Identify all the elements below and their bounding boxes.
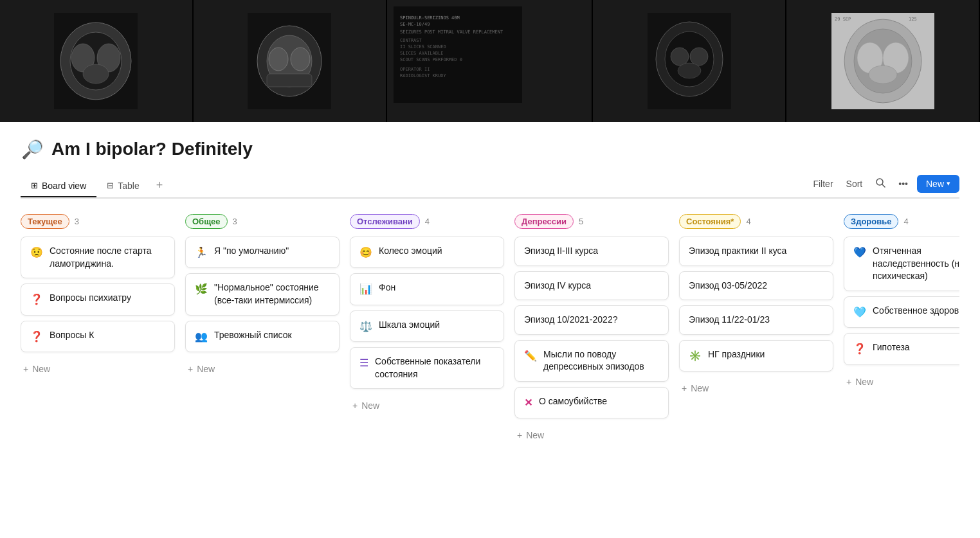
column-count-tekushchee: 3 xyxy=(75,217,79,226)
add-new-label-2: New xyxy=(361,400,379,411)
more-options-button[interactable]: ••• xyxy=(894,176,912,192)
card-text-0-2: Вопросы К xyxy=(50,329,94,342)
plus-icon-2: + xyxy=(352,400,358,411)
card-text-2-0: Колесо эмоций xyxy=(379,245,442,258)
add-new-otslezhivanie[interactable]: + New xyxy=(350,397,504,415)
card-icon-question3: ❓ xyxy=(853,342,866,356)
card-text-3-2: Эпизод 10/2021-2022? xyxy=(524,314,617,327)
add-new-sostoyaniya[interactable]: + New xyxy=(679,379,833,397)
card-0-0[interactable]: 😟 Состояние после старта ламотриджина. xyxy=(21,237,175,278)
card-text-0-0: Состояние после старта ламотриджина. xyxy=(50,245,165,270)
column-header-depressii: Депрессии 5 xyxy=(514,214,669,229)
column-header-sostoyaniya: Состояния* 4 xyxy=(679,214,833,229)
new-item-button[interactable]: New ▾ xyxy=(917,175,959,193)
tab-table[interactable]: ⊟ Table xyxy=(96,175,149,197)
svg-text:RADIOLOGIST KRUDY: RADIOLOGIST KRUDY xyxy=(400,73,446,78)
card-icon-list: ☰ xyxy=(359,356,368,370)
card-3-4[interactable]: ✕ О самоубийстве xyxy=(514,387,669,418)
add-new-tekushchee[interactable]: + New xyxy=(21,360,175,378)
add-new-label-4: New xyxy=(691,383,709,393)
column-zdorovye: Здоровье 4 💙 Отягченная наследственность… xyxy=(844,214,959,444)
card-icon-chart: 📊 xyxy=(359,282,372,296)
add-view-button[interactable]: + xyxy=(150,174,170,199)
filter-button[interactable]: Filter xyxy=(809,176,837,192)
card-text-1-0: Я "по умолчанию" xyxy=(214,245,289,258)
card-2-0[interactable]: 😊 Колесо эмоций xyxy=(350,237,504,268)
card-3-0[interactable]: Эпизод II-III курса xyxy=(514,237,669,266)
add-new-label-1: New xyxy=(197,364,215,374)
card-1-0[interactable]: 🏃 Я "по умолчанию" xyxy=(185,237,340,268)
card-5-2[interactable]: ❓ Гипотеза xyxy=(844,333,959,364)
card-icon-face: 😟 xyxy=(30,246,43,260)
card-text-4-1: Эпизод 03-05/2022 xyxy=(689,280,767,292)
card-1-1[interactable]: 🌿 "Нормальное" состояние (все-таки интер… xyxy=(185,273,340,315)
card-icon-pencil: ✏️ xyxy=(524,349,537,363)
card-2-2[interactable]: ⚖️ Шкала эмоций xyxy=(350,310,504,342)
card-3-1[interactable]: Эпизод IV курса xyxy=(514,271,669,301)
svg-text:SCOUT SCANS PERFORMED 0: SCOUT SCANS PERFORMED 0 xyxy=(400,57,462,62)
svg-text:OPERATOR II: OPERATOR II xyxy=(400,67,430,72)
card-1-2[interactable]: 👥 Тревожный список xyxy=(185,321,340,352)
card-icon-smile: 😊 xyxy=(359,246,372,260)
card-2-3[interactable]: ☰ Собственные показатели состояния xyxy=(350,347,504,389)
tab-board-view[interactable]: ⊞ Board view xyxy=(21,175,96,197)
card-5-0[interactable]: 💙 Отягченная наследственность (не психич… xyxy=(844,237,959,291)
page-title: Am I bipolar? Definitely xyxy=(51,139,253,159)
column-label-otslezhivanie: Отслеживани xyxy=(350,214,420,229)
svg-text:29 SEP: 29 SEP xyxy=(835,17,851,22)
card-4-3[interactable]: ✳️ НГ праздники xyxy=(679,340,833,372)
svg-text:CONTRAST: CONTRAST xyxy=(400,38,422,43)
card-icon-heart-filled: 💙 xyxy=(853,246,866,260)
card-text-3-3: Мысли по поводу депрессивных эпизодов xyxy=(543,348,659,373)
scan-2 xyxy=(194,0,387,122)
plus-icon-3: + xyxy=(517,430,522,440)
column-count-sostoyaniya: 4 xyxy=(746,217,750,226)
add-new-depressii[interactable]: + New xyxy=(514,426,669,444)
svg-rect-11 xyxy=(267,74,312,87)
card-4-0[interactable]: Эпизод практики II куса xyxy=(679,237,833,266)
page-icon: 🔎 xyxy=(21,138,44,161)
plus-icon-5: + xyxy=(846,377,851,387)
card-4-1[interactable]: Эпизод 03-05/2022 xyxy=(679,271,833,301)
svg-text:SEIZURES POST MITRAL VALVE REP: SEIZURES POST MITRAL VALVE REPLACEMENT xyxy=(400,30,504,35)
plus-icon-4: + xyxy=(682,383,687,393)
plus-icon-0: + xyxy=(23,364,28,374)
svg-text:SE-MC-10/49: SE-MC-10/49 xyxy=(400,22,430,27)
column-obshchee: Общее 3 🏃 Я "по умолчанию" 🌿 "Нормальное… xyxy=(185,214,340,444)
add-new-obshchee[interactable]: + New xyxy=(185,360,340,378)
card-icon-scale: ⚖️ xyxy=(359,319,372,334)
svg-point-27 xyxy=(678,63,701,78)
svg-point-33 xyxy=(869,66,897,84)
column-tekushchee: Текущее 3 😟 Состояние после старта ламот… xyxy=(21,214,175,444)
svg-line-37 xyxy=(882,184,885,187)
card-2-1[interactable]: 📊 Фон xyxy=(350,273,504,305)
view-tabs-bar: ⊞ Board view ⊟ Table + Filter Sort ••• N… xyxy=(21,174,959,199)
search-button[interactable] xyxy=(871,175,889,192)
card-text-4-3: НГ праздники xyxy=(708,348,765,361)
chevron-down-icon: ▾ xyxy=(947,179,950,188)
card-0-2[interactable]: ❓ Вопросы К xyxy=(21,321,175,352)
column-header-zdorovye: Здоровье 4 xyxy=(844,214,959,229)
column-depressii: Депрессии 5 Эпизод II-III курса Эпизод I… xyxy=(514,214,669,444)
sort-button[interactable]: Sort xyxy=(842,176,867,192)
column-label-sostoyaniya: Состояния* xyxy=(679,214,741,229)
card-3-3[interactable]: ✏️ Мысли по поводу депрессивных эпизодов xyxy=(514,340,669,382)
hero-banner: SPINOULR-SERIZINOS 40M SE-MC-10/49 SEIZU… xyxy=(0,0,980,122)
card-icon-group: 👥 xyxy=(195,330,208,344)
add-new-zdorovye[interactable]: + New xyxy=(844,373,959,391)
scan-1 xyxy=(0,0,194,122)
card-4-2[interactable]: Эпизод 11/22-01/23 xyxy=(679,305,833,335)
card-text-2-1: Фон xyxy=(379,282,395,294)
page-content: 🔎 Am I bipolar? Definitely ⊞ Board view … xyxy=(0,122,980,483)
card-3-2[interactable]: Эпизод 10/2021-2022? xyxy=(514,305,669,335)
card-0-1[interactable]: ❓ Вопросы психиатру xyxy=(21,283,175,315)
svg-point-5 xyxy=(83,64,109,84)
card-5-1[interactable]: 🩵 Собственное здоровье xyxy=(844,296,959,328)
card-text-4-2: Эпизод 11/22-01/23 xyxy=(689,314,770,327)
new-button-label: New xyxy=(926,179,944,189)
scan-4 xyxy=(593,0,786,122)
table-icon: ⊟ xyxy=(107,181,114,190)
toolbar-right: Filter Sort ••• New ▾ xyxy=(809,175,959,197)
scan-3-text: SPINOULR-SERIZINOS 40M SE-MC-10/49 SEIZU… xyxy=(387,0,594,122)
search-icon xyxy=(875,177,885,188)
